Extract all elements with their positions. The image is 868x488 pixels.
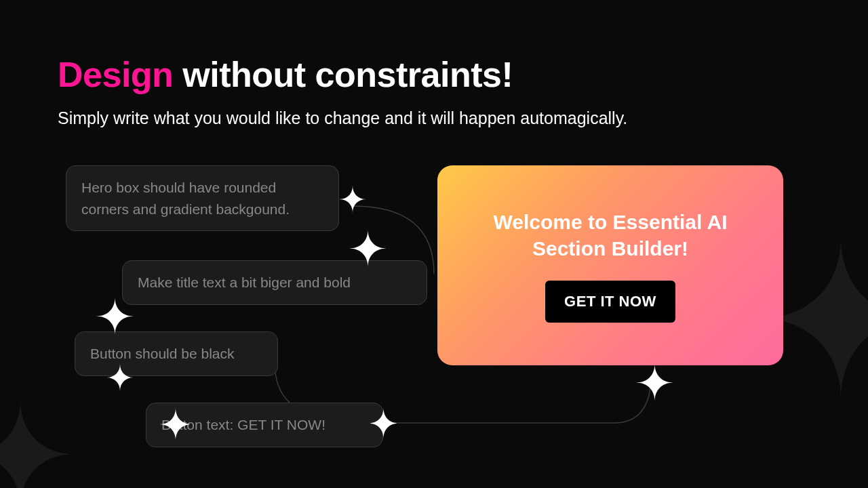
sparkle-icon xyxy=(106,364,134,391)
prompt-box-1: Hero box should have rounded corners and… xyxy=(66,165,339,231)
preview-title: Welcome to Essential AI Section Builder! xyxy=(458,209,763,262)
sparkle-icon xyxy=(636,364,673,401)
get-it-now-button[interactable]: GET IT NOW xyxy=(545,281,675,323)
prompt-text: Hero box should have rounded corners and… xyxy=(81,180,290,217)
subtitle: Simply write what you would like to chan… xyxy=(58,108,810,128)
connector-line xyxy=(383,369,654,430)
preview-card: Welcome to Essential AI Section Builder!… xyxy=(437,165,783,365)
prompt-text: Make title text a bit biger and bold xyxy=(138,274,351,290)
sparkle-icon xyxy=(339,186,366,213)
sparkle-icon xyxy=(159,408,192,441)
sparkle-icon xyxy=(368,408,399,439)
headline: Design without constraints! xyxy=(58,54,810,95)
sparkle-icon xyxy=(349,230,387,267)
sparkle-icon xyxy=(96,298,134,335)
headline-rest: without constraints! xyxy=(173,55,513,94)
prompt-text: Button should be black xyxy=(90,346,234,361)
content-area: Hero box should have rounded corners and… xyxy=(58,165,810,470)
prompt-box-3: Button should be black xyxy=(75,331,278,376)
headline-accent: Design xyxy=(58,55,173,94)
